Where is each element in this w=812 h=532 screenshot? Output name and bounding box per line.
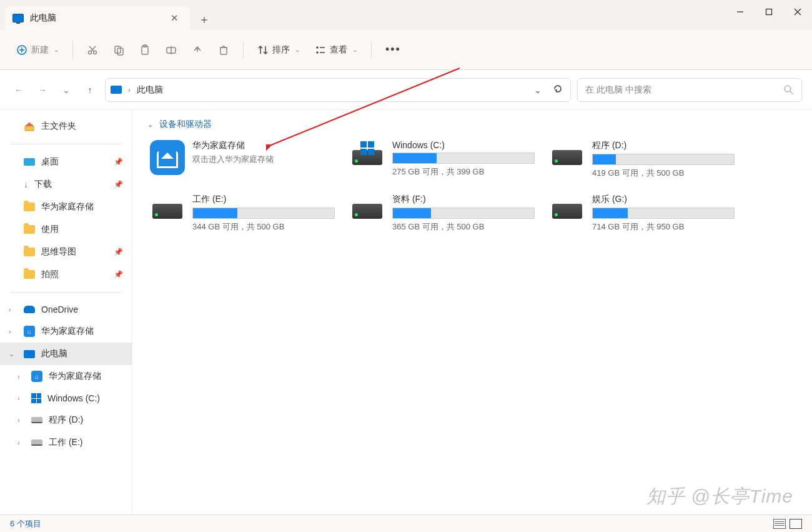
- drive-space-text: 365 GB 可用，共 500 GB: [392, 221, 535, 233]
- chevron-down-icon: ⌄: [295, 46, 300, 53]
- sidebar-label: 华为家庭存储: [41, 201, 94, 213]
- view-label: 查看: [330, 44, 347, 56]
- rename-button[interactable]: [159, 41, 183, 59]
- disk-icon: [550, 194, 585, 229]
- sidebar-item-quick[interactable]: 华为家庭存储: [0, 196, 132, 218]
- sidebar-item-drive[interactable]: ›工作 (E:): [0, 431, 132, 454]
- disk-icon: [350, 140, 385, 175]
- pin-icon: 📌: [114, 158, 123, 166]
- svg-rect-13: [142, 46, 148, 54]
- sidebar-label: Windows (C:): [47, 393, 100, 403]
- forward-button[interactable]: →: [34, 81, 51, 99]
- new-button[interactable]: 新建 ⌄: [10, 41, 65, 59]
- breadcrumb-this-pc[interactable]: 此电脑: [137, 84, 163, 96]
- pin-icon: 📌: [114, 180, 123, 189]
- toolbar-divider: [371, 41, 372, 59]
- onedrive-icon: [24, 306, 35, 313]
- this-pc-icon: [111, 86, 122, 94]
- drive-grid: 华为家庭存储双击进入华为家庭存储Windows (C:)275 GB 可用，共 …: [147, 138, 797, 235]
- chevron-right-icon[interactable]: ›: [9, 328, 11, 335]
- copy-button[interactable]: [107, 41, 131, 59]
- sidebar-label: 程序 (D:): [49, 414, 83, 426]
- home-icon: [24, 121, 35, 131]
- drive-item[interactable]: 程序 (D:)419 GB 可用，共 500 GB: [547, 138, 747, 181]
- new-tab-button[interactable]: ＋: [194, 9, 215, 30]
- toolbar-divider: [243, 41, 244, 59]
- address-bar[interactable]: › 此电脑 ⌄: [105, 78, 571, 102]
- desktop-icon: [24, 158, 35, 166]
- maximize-button[interactable]: [755, 0, 783, 24]
- sidebar-item-cloud[interactable]: ›OneDrive: [0, 299, 132, 320]
- chevron-down-icon: ⌄: [54, 46, 59, 53]
- sidebar-item-drive[interactable]: ›Windows (C:): [0, 388, 132, 409]
- scissors-icon: [87, 44, 98, 56]
- more-button[interactable]: •••: [379, 39, 407, 60]
- sidebar-label: 工作 (E:): [49, 437, 82, 448]
- clipboard-icon: [139, 44, 151, 56]
- section-header-devices[interactable]: ⌄ 设备和驱动器: [147, 119, 797, 130]
- drive-item[interactable]: 工作 (E:)344 GB 可用，共 500 GB: [147, 191, 347, 235]
- drive-item[interactable]: Windows (C:)275 GB 可用，共 399 GB: [347, 138, 547, 181]
- recent-button[interactable]: ⌄: [57, 81, 75, 99]
- sidebar-label: OneDrive: [41, 304, 78, 314]
- sidebar-item-quick[interactable]: 桌面📌: [0, 151, 132, 173]
- sidebar-item-this-pc[interactable]: ⌄ 此电脑: [0, 343, 132, 365]
- toolbar: 新建 ⌄ 排序 ⌄ 查看 ⌄ •••: [0, 30, 812, 70]
- refresh-button[interactable]: [550, 81, 565, 98]
- drive-item[interactable]: 娱乐 (G:)714 GB 可用，共 950 GB: [547, 191, 747, 235]
- sidebar-item-quick[interactable]: 拍照📌: [0, 263, 132, 286]
- chevron-down-icon[interactable]: ⌄: [9, 350, 14, 358]
- drive-item-huawei[interactable]: 华为家庭存储双击进入华为家庭存储: [147, 138, 347, 181]
- drive-name: Windows (C:): [392, 140, 535, 150]
- cut-button[interactable]: [81, 41, 104, 59]
- this-pc-icon: [12, 14, 24, 23]
- search-box[interactable]: 在 此电脑 中搜索: [577, 78, 802, 102]
- view-details-button[interactable]: [773, 519, 786, 529]
- download-icon: ↓: [24, 179, 28, 189]
- minimize-button[interactable]: [726, 0, 755, 24]
- sidebar-item-quick[interactable]: ↓下载📌: [0, 173, 132, 196]
- view-button[interactable]: 查看 ⌄: [309, 41, 364, 59]
- up-button[interactable]: ↑: [81, 81, 99, 99]
- chevron-right-icon[interactable]: ›: [17, 416, 20, 424]
- drive-space-text: 419 GB 可用，共 500 GB: [592, 168, 735, 179]
- drive-item[interactable]: 资料 (F:)365 GB 可用，共 500 GB: [347, 191, 547, 235]
- tab-close-button[interactable]: ✕: [167, 11, 182, 25]
- sidebar-label: 主文件夹: [41, 121, 76, 132]
- svg-rect-18: [220, 48, 227, 54]
- delete-button[interactable]: [212, 41, 235, 59]
- windows-icon: [31, 393, 41, 403]
- drive-space-text: 714 GB 可用，共 950 GB: [592, 221, 735, 233]
- sidebar-item-home[interactable]: 主文件夹: [0, 115, 132, 138]
- drive-space-text: 275 GB 可用，共 399 GB: [392, 166, 535, 178]
- sidebar-item-quick[interactable]: 使用: [0, 218, 132, 241]
- sort-icon: [257, 44, 269, 56]
- chevron-right-icon[interactable]: ›: [17, 394, 20, 402]
- paste-button[interactable]: [133, 41, 157, 59]
- view-large-icons-button[interactable]: [790, 519, 802, 529]
- sidebar-label: 使用: [41, 224, 59, 235]
- svg-rect-1: [766, 9, 772, 15]
- sort-button[interactable]: 排序 ⌄: [251, 41, 306, 59]
- sidebar-item-quick[interactable]: 思维导图📌: [0, 241, 132, 263]
- window-tab[interactable]: 此电脑 ✕: [5, 6, 190, 30]
- sidebar-item-drive[interactable]: ›⌂华为家庭存储: [0, 365, 132, 388]
- chevron-right-icon[interactable]: ›: [17, 373, 20, 380]
- folder-icon: [24, 203, 35, 211]
- address-dropdown[interactable]: ⌄: [532, 83, 544, 98]
- back-button[interactable]: ←: [10, 81, 27, 99]
- sidebar-item-drive[interactable]: ›程序 (D:): [0, 409, 132, 431]
- close-window-button[interactable]: [783, 0, 812, 24]
- breadcrumb-separator: ›: [128, 86, 131, 94]
- folder-icon: [24, 225, 35, 234]
- sidebar-item-cloud[interactable]: ›⌂华为家庭存储: [0, 320, 132, 343]
- huawei-storage-icon: ⌂: [31, 371, 42, 382]
- chevron-right-icon[interactable]: ›: [17, 439, 20, 446]
- sidebar-divider: [10, 292, 122, 293]
- disk-icon: [150, 194, 185, 229]
- huawei-storage-icon: ⌂: [24, 326, 35, 337]
- copy-icon: [113, 44, 124, 56]
- share-button[interactable]: [186, 41, 209, 59]
- plus-circle-icon: [16, 44, 27, 56]
- chevron-right-icon[interactable]: ›: [9, 306, 11, 313]
